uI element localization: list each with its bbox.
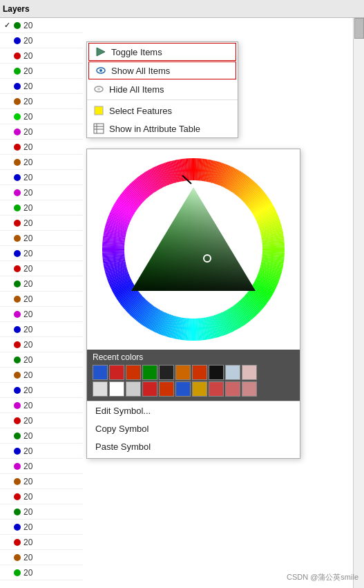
layer-checkbox[interactable] xyxy=(1,202,12,214)
color-swatch-r2-4[interactable] xyxy=(159,381,174,397)
color-swatch-r1-9[interactable] xyxy=(242,365,257,380)
layer-row[interactable]: 20 xyxy=(0,307,83,322)
layer-row[interactable]: 20 xyxy=(0,504,83,520)
color-swatch-r2-1[interactable] xyxy=(109,381,124,397)
color-swatch-r1-5[interactable] xyxy=(175,365,191,380)
layer-row[interactable]: 20 xyxy=(0,140,83,155)
layer-row[interactable]: 20 xyxy=(0,48,83,64)
layer-row[interactable]: 20 xyxy=(0,185,83,200)
layer-row[interactable]: 20 xyxy=(0,231,83,246)
layer-checkbox[interactable] xyxy=(1,218,12,229)
layer-checkbox[interactable] xyxy=(1,294,12,305)
layer-row[interactable]: 20 xyxy=(0,33,83,48)
layer-row[interactable]: 20 xyxy=(0,124,83,140)
menu-item-toggle-items[interactable]: Toggle Items xyxy=(88,43,236,61)
layer-checkbox[interactable] xyxy=(1,157,12,168)
layer-checkbox[interactable] xyxy=(1,96,12,107)
layer-row[interactable]: 20 xyxy=(0,444,83,459)
scrollbar-thumb[interactable] xyxy=(354,18,364,39)
layer-checkbox[interactable] xyxy=(1,172,12,183)
scrollbar[interactable] xyxy=(353,18,364,588)
color-swatch-r1-4[interactable] xyxy=(159,365,174,380)
color-swatch-r1-3[interactable] xyxy=(142,365,157,380)
color-swatch-r2-8[interactable] xyxy=(225,381,240,397)
color-wheel-container[interactable] xyxy=(87,149,300,350)
layer-checkbox[interactable] xyxy=(1,567,12,578)
layer-row[interactable]: 20 xyxy=(0,246,83,261)
layer-checkbox[interactable] xyxy=(1,370,12,381)
color-swatch-r1-6[interactable] xyxy=(192,365,207,380)
layer-row[interactable]: 20 xyxy=(0,200,83,216)
layer-row[interactable]: 20 xyxy=(0,428,83,444)
menu-item-show-all-items[interactable]: Show All Items xyxy=(88,61,236,79)
layer-row[interactable]: 20 xyxy=(0,292,83,307)
layer-row[interactable]: 20 xyxy=(0,337,83,352)
layer-checkbox[interactable] xyxy=(1,430,12,442)
color-swatch-r1-0[interactable] xyxy=(93,365,108,380)
layer-row[interactable]: 20 xyxy=(0,489,83,504)
layer-checkbox[interactable] xyxy=(1,491,12,502)
layer-row[interactable]: 20 xyxy=(0,79,83,94)
menu-item-show-attribute-table[interactable]: Show in Attribute Table xyxy=(87,120,238,137)
layer-checkbox[interactable] xyxy=(1,446,12,457)
color-swatch-r1-1[interactable] xyxy=(109,365,124,380)
bottom-menu-item-paste-symbol[interactable]: Paste Symbol xyxy=(87,437,300,455)
layer-row[interactable]: 20 xyxy=(0,383,83,398)
layer-checkbox[interactable] xyxy=(1,126,12,137)
layer-checkbox[interactable] xyxy=(1,233,12,244)
layer-checkbox[interactable] xyxy=(1,263,12,274)
menu-item-select-features[interactable]: Select Features xyxy=(87,102,238,120)
layer-checkbox[interactable] xyxy=(1,537,12,548)
color-swatch-r1-7[interactable] xyxy=(209,365,224,380)
layer-row[interactable]: 20 xyxy=(0,565,83,580)
layer-row[interactable]: 20 xyxy=(0,155,83,170)
layer-checkbox[interactable] xyxy=(1,248,12,259)
color-swatch-r2-9[interactable] xyxy=(242,381,257,397)
layer-checkbox[interactable] xyxy=(1,415,12,426)
layer-row[interactable]: 20 xyxy=(0,352,83,368)
layer-row[interactable]: 20 xyxy=(0,276,83,292)
layer-row[interactable]: 20 xyxy=(0,398,83,413)
layer-checkbox[interactable] xyxy=(1,187,12,198)
layer-row[interactable]: 20 xyxy=(0,474,83,489)
layer-checkbox[interactable] xyxy=(1,66,12,77)
layer-checkbox[interactable] xyxy=(1,522,12,533)
color-swatch-r2-0[interactable] xyxy=(93,381,108,397)
color-swatch-r2-7[interactable] xyxy=(209,381,224,397)
layer-checkbox[interactable]: ✓ xyxy=(1,20,12,31)
layer-checkbox[interactable] xyxy=(1,81,12,92)
layer-checkbox[interactable] xyxy=(1,111,12,122)
layer-checkbox[interactable] xyxy=(1,476,12,487)
bottom-menu-item-edit-symbol[interactable]: Edit Symbol... xyxy=(87,401,300,419)
layer-row[interactable]: 20 xyxy=(0,520,83,535)
layer-row[interactable]: 20 xyxy=(0,261,83,276)
layer-checkbox[interactable] xyxy=(1,50,12,61)
layer-row[interactable]: 20 xyxy=(0,459,83,474)
color-swatch-r1-2[interactable] xyxy=(126,365,141,380)
layer-checkbox[interactable] xyxy=(1,339,12,350)
layer-checkbox[interactable] xyxy=(1,309,12,320)
layer-row[interactable]: 20 xyxy=(0,64,83,79)
color-swatch-r1-8[interactable] xyxy=(225,365,240,380)
color-swatch-r2-5[interactable] xyxy=(175,381,191,397)
layer-row[interactable]: 20 xyxy=(0,413,83,428)
layer-row[interactable]: 20 xyxy=(0,368,83,383)
layer-checkbox[interactable] xyxy=(1,278,12,290)
layer-checkbox[interactable] xyxy=(1,461,12,472)
layer-checkbox[interactable] xyxy=(1,552,12,563)
layer-row[interactable]: 20 xyxy=(0,550,83,565)
layer-row[interactable]: 20 xyxy=(0,109,83,124)
layer-row[interactable]: 20 xyxy=(0,170,83,185)
menu-item-hide-all-items[interactable]: Hide All Items xyxy=(87,80,238,98)
color-swatch-r2-2[interactable] xyxy=(126,381,141,397)
color-swatch-r2-3[interactable] xyxy=(142,381,157,397)
color-swatch-r2-6[interactable] xyxy=(192,381,207,397)
layer-checkbox[interactable] xyxy=(1,385,12,396)
layer-row[interactable]: 20 xyxy=(0,216,83,231)
layer-row[interactable]: 20 xyxy=(0,535,83,550)
layer-row[interactable]: 20 xyxy=(0,322,83,337)
layer-checkbox[interactable] xyxy=(1,324,12,335)
layer-checkbox[interactable] xyxy=(1,506,12,518)
layer-row[interactable]: 20 xyxy=(0,94,83,109)
layer-checkbox[interactable] xyxy=(1,142,12,153)
